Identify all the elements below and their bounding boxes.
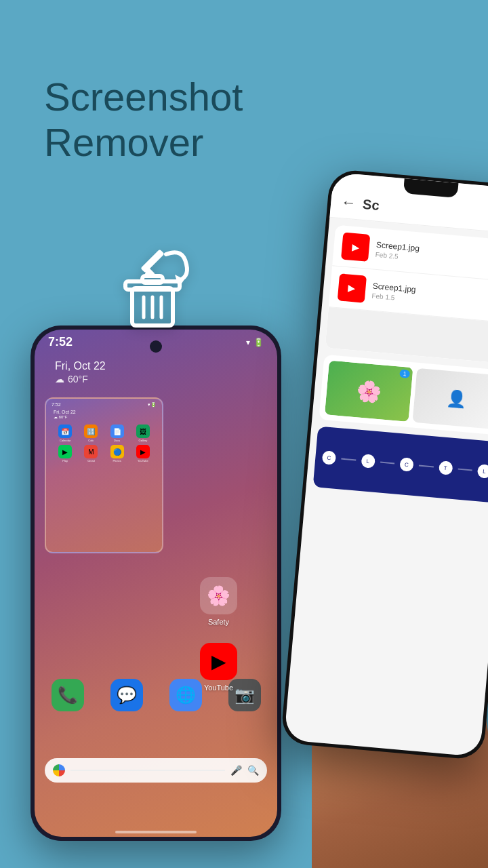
sp-app-playstore: ▶ Play [54,445,77,462]
left-phone: 7:52 ▾ 🔋 Fri, Oct 22 ☁ 60°F 7:52 ▾🔋 Fri,… [30,326,281,841]
sp-playstore-icon: ▶ [58,445,72,458]
phone-bottom-dock [35,831,277,833]
title-line1: Screenshot [44,75,243,120]
trash-delete-icon [108,244,197,332]
sp-app-photos: 🔵 Photos [106,445,129,462]
image-section: 🌸 1 👤 [319,355,488,435]
phone-icon: 📞 [52,679,84,711]
phone-time: 7:52 [48,335,73,349]
search-divider [70,770,225,771]
chart-node-4: T [438,460,453,475]
phone-date: Fri, Oct 22 [55,360,106,372]
app-title-block: Screenshot Remover [44,75,243,165]
chart-section: C L C T L [313,426,488,502]
youtube-icon: ▶ [200,643,237,680]
safety-label: Safety [208,618,229,626]
image-grid: 🌸 1 👤 [325,360,488,429]
lens-icon: 🔍 [247,765,259,776]
weather-icon: ☁ [55,374,64,384]
screenshot-info-2: Screep1.jpg Feb 1.5 [371,281,488,309]
chart-line-2 [380,462,395,465]
messages-icon: 💬 [110,679,143,711]
sp-calc-icon: 🔢 [84,425,98,438]
google-search-bar[interactable]: 🎤 🔍 [45,758,267,783]
svg-rect-1 [140,249,164,273]
nav-gesture-bar [115,831,197,833]
mic-icon: 🎤 [230,765,242,776]
sp-statusbar: 7:52 ▾🔋 [52,402,157,408]
sp-app-calc: 🔢 Calc [79,425,102,442]
screenshot-list-section: Screep1.jpg Feb 2.5 Screep1.jpg Feb 1.5 [325,225,488,364]
screenshot-info-1: Screep1.jpg Feb 2.5 [375,239,488,268]
outer-app-column: 🌸 Safety ▶ YouTube [200,577,237,692]
app-phone[interactable]: 📞 [52,679,84,711]
sp-weather: ☁ 60°F [54,414,157,419]
left-phone-screen: 7:52 ▾ 🔋 Fri, Oct 22 ☁ 60°F 7:52 ▾🔋 Fri,… [35,330,277,837]
battery-icon: 🔋 [253,338,264,347]
sp-docs-icon: 📄 [110,425,124,438]
screenshot-thumb-2 [338,273,367,302]
title-line2: Remover [44,120,243,165]
chart-node-3: C [399,457,414,472]
outer-app-youtube[interactable]: ▶ YouTube [200,643,237,692]
sp-icons: ▾🔋 [148,402,157,408]
app-messages[interactable]: 💬 [110,679,143,711]
sp-app-grid: 📅 Calendar 🔢 Calc 📄 Docs 🖼 Gallery [52,422,157,465]
sp-gallery-icon: 🖼 [136,425,150,438]
sp-youtube-icon: ▶ [136,445,150,458]
back-button[interactable]: ← [340,193,357,212]
sp-app-calendar: 📅 Calendar [54,425,77,442]
phone-camera [150,340,162,353]
sp-photos-icon: 🔵 [110,445,124,458]
sp-gmail-icon: M [84,445,98,458]
phone-weather: ☁ 60°F [55,374,106,384]
big-app-row: 📞 💬 🌐 📷 [35,679,277,711]
chrome-icon: 🌐 [169,679,202,711]
wifi-icon: ▾ [246,338,250,347]
date-weather: Fri, Oct 22 ☁ 60°F [55,360,106,384]
chart-node-2: L [361,454,375,469]
sp-app-gallery: 🖼 Gallery [131,425,155,442]
google-logo [53,764,65,776]
chart-node-1: C [322,450,337,465]
youtube-label: YouTube [204,684,233,692]
sp-date: Fri, Oct 22 [54,410,157,414]
sp-app-gmail: M Gmail [79,445,102,462]
sp-app-docs: 📄 Docs [106,425,129,442]
app-chrome[interactable]: 🌐 [169,679,202,711]
right-phone-title: Sc [362,196,380,213]
status-icons: ▾ 🔋 [246,338,264,347]
image-thumb-2[interactable]: 👤 [412,368,488,430]
chart-line-4 [458,469,472,471]
sp-calendar-icon: 📅 [58,425,72,438]
safety-icon: 🌸 [200,577,237,614]
sp-app-youtube: ▶ YouTube [131,445,155,462]
trash-icon-container [108,244,197,335]
temperature: 60°F [68,374,88,384]
image-thumb-1[interactable]: 🌸 1 [325,360,413,422]
screenshot-thumb-1 [341,233,370,262]
chart-line-1 [341,458,356,461]
chart-node-5: L [477,464,488,479]
chart-line-3 [419,465,434,468]
outer-app-safety[interactable]: 🌸 Safety [200,577,237,626]
screenshot-preview: 7:52 ▾🔋 Fri, Oct 22 ☁ 60°F 📅 Calendar 🔢 … [45,397,163,553]
sp-time: 7:52 [52,402,61,408]
nature-photo: 🌸 [325,360,413,422]
